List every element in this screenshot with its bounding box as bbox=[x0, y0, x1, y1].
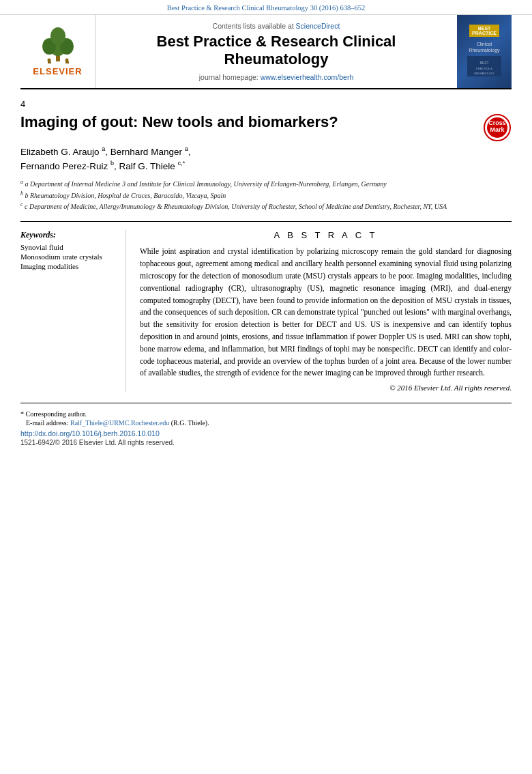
elsevier-logo-block: ELSEVIER bbox=[20, 15, 95, 88]
journal-reference-bar: Best Practice & Research Clinical Rheuma… bbox=[0, 0, 532, 15]
doi-text: http://dx.doi.org/10.1016/j.berh.2016.10… bbox=[20, 429, 160, 438]
copyright-line: © 2016 Elsevier Ltd. All rights reserved… bbox=[140, 384, 512, 392]
journal-reference-text: Best Practice & Research Clinical Rheuma… bbox=[167, 4, 365, 12]
svg-point-4 bbox=[50, 27, 65, 45]
svg-point-5 bbox=[47, 59, 50, 62]
doi-line[interactable]: http://dx.doi.org/10.1016/j.berh.2016.10… bbox=[20, 429, 512, 438]
corresponding-label: * Corresponding author. bbox=[20, 410, 87, 418]
content-columns: Keywords: Synovial fluid Monosodium urat… bbox=[20, 221, 512, 392]
svg-rect-6 bbox=[48, 61, 51, 63]
svg-text:Cross: Cross bbox=[488, 119, 506, 126]
elsevier-tree-icon bbox=[34, 26, 82, 63]
article-title: Imaging of gout: New tools and biomarker… bbox=[20, 113, 476, 131]
svg-text:RHEUMATOLOGY: RHEUMATOLOGY bbox=[474, 72, 494, 75]
homepage-link[interactable]: www.elsevierhealth.com/berh bbox=[261, 73, 354, 81]
abstract-column: A B S T R A C T While joint aspiration a… bbox=[140, 230, 512, 392]
svg-rect-8 bbox=[65, 61, 69, 63]
crossmark-badge[interactable]: Cross Mark bbox=[483, 113, 512, 145]
cover-badge: BESTPRACTICE bbox=[469, 25, 499, 37]
keyword-2: Monosodium urate crystals bbox=[20, 253, 117, 261]
cover-logo-text: BEST PRACTICE & RHEUMATOLOGY bbox=[467, 56, 501, 78]
svg-text:Mark: Mark bbox=[490, 126, 505, 133]
science-direct-link[interactable]: ScienceDirect bbox=[296, 22, 340, 30]
journal-info-center: Contents lists available at ScienceDirec… bbox=[95, 15, 457, 88]
footnotes-section: * Corresponding author. E-mail address: … bbox=[0, 403, 532, 453]
keywords-column: Keywords: Synovial fluid Monosodium urat… bbox=[20, 230, 126, 392]
affiliation-b: b Rheumatology Division, Hospital de Cru… bbox=[25, 192, 226, 199]
keyword-3: Imaging modalities bbox=[20, 262, 117, 270]
crossmark-icon: Cross Mark bbox=[483, 113, 512, 142]
email-line: E-mail address: Ralf_Thiele@URMC.Rochest… bbox=[26, 419, 512, 427]
homepage-prefix: journal homepage: bbox=[199, 73, 261, 81]
article-section: 4 Imaging of gout: New tools and biomark… bbox=[0, 89, 532, 392]
svg-point-7 bbox=[65, 59, 68, 62]
affiliation-c: c Department of Medicine, Allergy/Immuno… bbox=[25, 203, 447, 210]
keyword-1: Synovial fluid bbox=[20, 243, 117, 251]
email-suffix: (R.G. Thiele). bbox=[169, 419, 209, 427]
abstract-header: A B S T R A C T bbox=[140, 230, 512, 240]
science-direct-prefix: Contents lists available at bbox=[213, 22, 296, 30]
elsevier-brand-text: ELSEVIER bbox=[33, 66, 82, 76]
keywords-title: Keywords: bbox=[20, 230, 117, 240]
affiliation-a: a Department of Internal Medicine 3 and … bbox=[25, 181, 387, 188]
svg-text:BEST: BEST bbox=[479, 61, 488, 65]
corresponding-author-note: * Corresponding author. bbox=[20, 410, 512, 418]
abstract-text: While joint aspiration and crystal ident… bbox=[140, 246, 512, 379]
authors-line: Elizabeth G. Araujo a, Bernhard Manger a… bbox=[20, 145, 512, 173]
journal-title: Best Practice & Research Clinical Rheuma… bbox=[106, 33, 446, 69]
journal-header: ELSEVIER Contents lists available at Sci… bbox=[20, 15, 512, 89]
email-prefix: E-mail address: bbox=[26, 419, 70, 427]
issn-line: 1521-6942/© 2016 Elsevier Ltd. All right… bbox=[20, 439, 512, 446]
email-link[interactable]: Ralf_Thiele@URMC.Rochester.edu bbox=[70, 419, 169, 427]
affiliations-block: a a Department of Internal Medicine 3 an… bbox=[20, 178, 512, 212]
science-direct-line: Contents lists available at ScienceDirec… bbox=[213, 22, 340, 30]
article-number: 4 bbox=[20, 99, 512, 109]
svg-text:PRACTICE &: PRACTICE & bbox=[476, 67, 492, 70]
journal-cover-thumbnail: BESTPRACTICE ClinicalRheumatology BEST P… bbox=[457, 15, 512, 88]
journal-homepage-line: journal homepage: www.elsevierhealth.com… bbox=[199, 73, 353, 81]
cover-subtitle: ClinicalRheumatology bbox=[469, 41, 499, 53]
